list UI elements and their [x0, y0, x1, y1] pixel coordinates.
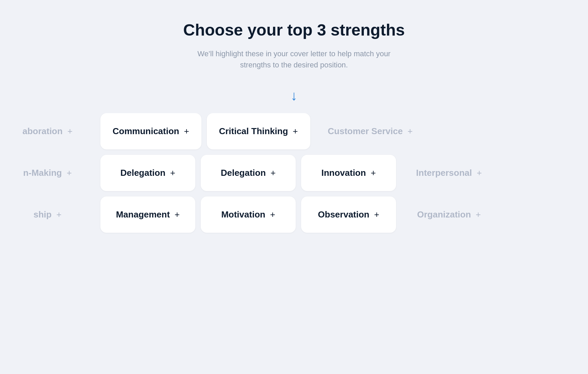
card-label: Critical Thinking: [219, 126, 288, 137]
card-critical-thinking[interactable]: Critical Thinking +: [207, 113, 310, 149]
card-plus: +: [293, 126, 298, 137]
card-label: ship: [34, 209, 52, 220]
subtitle-line2: strengths to the desired position.: [240, 61, 348, 69]
card-plus: +: [56, 209, 61, 220]
card-label: Motivation: [221, 209, 265, 220]
grid-row-3: ship + Management + Motivation + Observa…: [0, 196, 588, 233]
card-motivation[interactable]: Motivation +: [201, 196, 296, 233]
card-label: Customer Service: [328, 126, 403, 137]
card-customer-service-partial[interactable]: Customer Service +: [316, 113, 425, 149]
card-leadership-partial[interactable]: ship +: [0, 196, 95, 233]
card-management[interactable]: Management +: [100, 196, 195, 233]
card-plus: +: [374, 209, 379, 220]
card-plus: +: [67, 126, 73, 137]
card-label: n-Making: [23, 168, 62, 178]
card-plus: +: [476, 209, 481, 220]
card-plus: +: [271, 168, 276, 178]
card-label: Organization: [417, 209, 471, 220]
subtitle: We’ll highlight these in your cover lett…: [183, 48, 405, 70]
card-communication[interactable]: Communication +: [100, 113, 201, 149]
card-delegation-1[interactable]: Delegation +: [100, 155, 195, 191]
strengths-grid: aboration + Communication + Critical Thi…: [0, 113, 588, 238]
subtitle-line1: We’ll highlight these in your cover lett…: [197, 49, 390, 58]
card-decision-making-partial[interactable]: n-Making +: [0, 155, 95, 191]
card-plus: +: [270, 209, 275, 220]
card-innovation[interactable]: Innovation +: [301, 155, 396, 191]
card-label: Delegation: [120, 168, 165, 178]
grid-row-2: n-Making + Delegation + Delegation + Inn…: [0, 155, 588, 191]
card-observation[interactable]: Observation +: [301, 196, 396, 233]
card-collaboration-partial[interactable]: aboration +: [0, 113, 95, 149]
card-label: aboration: [22, 126, 62, 137]
card-label: Communication: [113, 126, 179, 137]
card-plus: +: [175, 209, 180, 220]
card-interpersonal-partial[interactable]: Interpersonal +: [401, 155, 496, 191]
header-section: Choose your top 3 strengths We’ll highli…: [176, 20, 411, 70]
page-title: Choose your top 3 strengths: [183, 20, 405, 40]
card-plus: +: [170, 168, 175, 178]
card-delegation-2[interactable]: Delegation +: [201, 155, 296, 191]
grid-row-1: aboration + Communication + Critical Thi…: [0, 113, 588, 149]
card-organization-partial[interactable]: Organization +: [401, 196, 496, 233]
card-plus: +: [371, 168, 376, 178]
card-label: Delegation: [221, 168, 266, 178]
card-plus: +: [408, 126, 413, 137]
card-label: Interpersonal: [416, 168, 472, 178]
card-plus: +: [66, 168, 72, 178]
card-plus: +: [477, 168, 482, 178]
card-label: Management: [116, 209, 170, 220]
card-label: Innovation: [321, 168, 366, 178]
card-plus: +: [184, 126, 189, 137]
arrow-down-icon: ↓: [291, 89, 297, 102]
card-label: Observation: [318, 209, 370, 220]
